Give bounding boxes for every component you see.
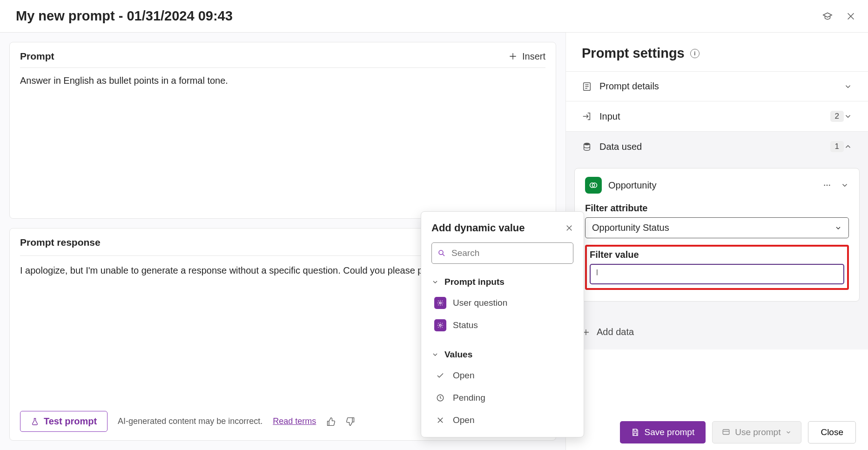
search-icon — [437, 249, 446, 257]
popover-item-label: Pending — [453, 393, 485, 403]
insert-label: Insert — [522, 51, 545, 62]
chevron-up-icon — [844, 142, 852, 151]
popover-item-label: Open — [453, 370, 474, 381]
popover-title: Add dynamic value — [431, 222, 565, 234]
prompt-text[interactable]: Answer in English as bullet points in a … — [20, 75, 545, 86]
section-input[interactable]: Input 2 — [566, 101, 868, 131]
filter-attribute-select[interactable]: Opportunity Status — [585, 217, 849, 238]
details-icon — [582, 81, 592, 92]
thumbs-down-icon[interactable] — [346, 417, 355, 426]
save-icon — [631, 428, 639, 437]
popover-section-values-label: Values — [444, 349, 472, 360]
section-data-used[interactable]: Data used 1 — [566, 132, 868, 161]
insert-button[interactable]: Insert — [508, 51, 545, 62]
input-count-badge: 2 — [830, 111, 844, 122]
popover-search-input[interactable] — [451, 248, 567, 259]
check-icon — [434, 369, 446, 382]
popover-close-icon[interactable] — [565, 224, 573, 232]
filter-value-highlight: Filter value | — [585, 245, 849, 290]
opportunity-card: Opportunity Filter attribute Opportunity… — [574, 168, 860, 302]
popover-item-label: Status — [453, 320, 478, 330]
popover-section-values[interactable]: Values — [431, 345, 573, 364]
svg-point-2 — [439, 324, 441, 326]
filter-value-label: Filter value — [590, 249, 844, 260]
popover-input-status[interactable]: Status — [431, 314, 573, 336]
info-icon[interactable]: i — [690, 49, 700, 58]
svg-point-1 — [439, 302, 441, 304]
section-prompt-details[interactable]: Prompt details — [566, 72, 868, 101]
test-prompt-label: Test prompt — [44, 416, 97, 427]
chevron-down-icon[interactable] — [841, 181, 849, 189]
popover-section-inputs[interactable]: Prompt inputs — [431, 272, 573, 292]
ai-icon — [434, 319, 446, 331]
svg-point-5 — [584, 143, 590, 146]
ai-disclaimer: AI-generated content may be incorrect. — [118, 416, 262, 426]
more-icon[interactable] — [823, 181, 831, 189]
chevron-down-icon — [844, 82, 852, 91]
chevron-down-icon — [431, 278, 439, 286]
chevron-down-icon — [431, 351, 439, 358]
ai-icon — [434, 297, 446, 309]
svg-point-8 — [824, 185, 825, 186]
popover-section-inputs-label: Prompt inputs — [444, 277, 505, 287]
prompt-heading: Prompt — [20, 51, 508, 62]
database-icon — [582, 141, 592, 152]
clock-icon — [434, 392, 446, 404]
popover-value-pending[interactable]: Pending — [431, 387, 573, 409]
thumbs-up-icon[interactable] — [326, 417, 336, 426]
text-cursor: | — [595, 269, 599, 275]
filter-attribute-label: Filter attribute — [585, 203, 849, 214]
popover-item-label: User question — [453, 298, 507, 308]
save-prompt-button[interactable]: Save prompt — [620, 421, 706, 443]
svg-rect-11 — [723, 430, 729, 435]
popover-value-open[interactable]: Open — [431, 364, 573, 387]
input-icon — [582, 111, 592, 121]
section-label: Data used — [599, 141, 825, 152]
svg-point-9 — [827, 185, 828, 186]
page-title: My new prompt - 01/31/2024 09:43 — [16, 8, 822, 24]
flask-icon — [31, 417, 39, 426]
svg-point-10 — [829, 185, 830, 186]
graduation-icon[interactable] — [822, 11, 833, 21]
popover-item-label: Open — [453, 415, 474, 425]
add-dynamic-value-popover: Add dynamic value Prompt inputs — [421, 211, 584, 437]
use-label: Use prompt — [735, 427, 781, 437]
flow-icon — [722, 428, 730, 437]
use-prompt-button: Use prompt — [712, 421, 801, 443]
popover-value-open2[interactable]: Open — [431, 409, 573, 431]
chevron-down-icon — [844, 112, 852, 121]
read-terms-link[interactable]: Read terms — [273, 416, 316, 426]
close-icon[interactable] — [846, 11, 856, 21]
add-data-button[interactable]: Add data — [566, 316, 868, 349]
entity-name: Opportunity — [608, 180, 816, 191]
filter-value-input[interactable] — [590, 264, 844, 284]
close-button[interactable]: Close — [808, 421, 856, 443]
test-prompt-button[interactable]: Test prompt — [20, 411, 108, 432]
filter-attribute-value: Opportunity Status — [592, 222, 834, 233]
section-label: Prompt details — [599, 81, 844, 92]
settings-title: Prompt settings — [582, 46, 685, 61]
popover-search[interactable] — [431, 242, 573, 264]
close-label: Close — [821, 427, 843, 437]
prompt-card: Prompt Insert Answer in English as bulle… — [9, 42, 556, 219]
svg-point-0 — [439, 250, 443, 255]
plus-icon — [508, 52, 518, 61]
dataverse-icon — [585, 177, 602, 194]
add-data-label: Add data — [597, 327, 634, 337]
popover-input-user-question[interactable]: User question — [431, 292, 573, 314]
data-count-badge: 1 — [830, 141, 844, 152]
chevron-down-icon — [834, 224, 842, 232]
save-label: Save prompt — [644, 427, 694, 437]
section-label: Input — [599, 111, 825, 122]
chevron-down-icon — [785, 429, 792, 436]
x-icon — [434, 414, 446, 426]
